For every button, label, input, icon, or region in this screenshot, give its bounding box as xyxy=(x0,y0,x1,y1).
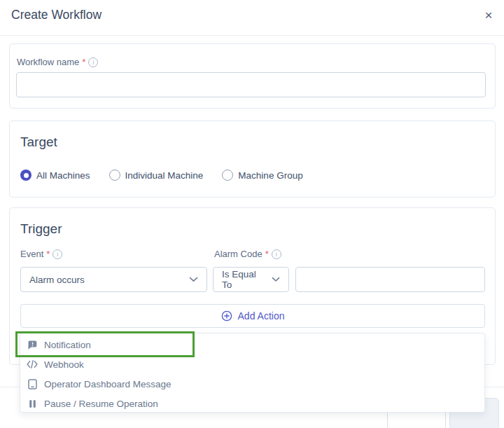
radio-individual-machine[interactable]: Individual Machine xyxy=(109,170,204,181)
event-select-value: Alarm occurs xyxy=(29,275,85,285)
target-card: Target All Machines Individual Machine M… xyxy=(9,120,496,198)
menu-item-notification[interactable]: Notification xyxy=(20,335,484,354)
page-title: Create Workflow xyxy=(11,8,102,22)
radio-label: All Machines xyxy=(36,170,90,181)
required-asterisk: * xyxy=(46,249,50,259)
tablet-icon xyxy=(27,378,38,389)
radio-machine-group[interactable]: Machine Group xyxy=(222,170,302,181)
event-select[interactable]: Alarm occurs xyxy=(20,267,207,292)
alarm-code-label: Alarm Code * i xyxy=(214,249,281,259)
workflow-name-card: Workflow name * i xyxy=(9,43,496,109)
add-action-label: Add Action xyxy=(238,310,285,322)
event-label: Event * i xyxy=(20,249,62,259)
info-icon: i xyxy=(272,249,281,259)
operator-select-value: Is Equal To xyxy=(222,269,266,290)
menu-item-label: Pause / Resume Operation xyxy=(44,399,158,409)
required-asterisk: * xyxy=(265,249,269,259)
target-radio-group: All Machines Individual Machine Machine … xyxy=(20,170,303,181)
pause-icon xyxy=(27,398,38,409)
menu-item-label: Webhook xyxy=(44,359,84,370)
menu-item-pause-resume-operation[interactable]: Pause / Resume Operation xyxy=(20,394,484,413)
target-heading: Target xyxy=(20,134,57,150)
operator-select[interactable]: Is Equal To xyxy=(213,267,289,292)
required-asterisk: * xyxy=(82,57,85,67)
radio-label: Machine Group xyxy=(238,170,302,181)
code-icon xyxy=(27,359,38,370)
plus-circle-icon xyxy=(221,310,232,322)
trigger-heading: Trigger xyxy=(20,221,62,237)
menu-item-operator-dashboard-message[interactable]: Operator Dashboard Message xyxy=(20,374,484,394)
radio-selected-icon[interactable] xyxy=(20,170,31,181)
chat-alert-icon xyxy=(27,339,38,350)
alarm-code-label-text: Alarm Code xyxy=(214,249,262,259)
add-action-button[interactable]: Add Action xyxy=(20,304,485,328)
add-action-dropdown-menu: Notification Webhook Operator Dashboard … xyxy=(20,333,485,413)
menu-item-label: Notification xyxy=(44,340,91,350)
info-icon: i xyxy=(88,57,98,67)
modal-header: Create Workflow × xyxy=(0,0,504,35)
close-icon[interactable]: × xyxy=(479,6,498,25)
menu-item-webhook[interactable]: Webhook xyxy=(20,354,484,374)
chevron-down-icon xyxy=(272,277,280,282)
workflow-name-label: Workflow name * i xyxy=(17,57,98,67)
event-label-text: Event xyxy=(20,249,43,259)
workflow-name-input[interactable] xyxy=(16,72,486,97)
workflow-name-label-text: Workflow name xyxy=(17,57,79,67)
info-icon: i xyxy=(52,249,62,259)
radio-unselected-icon[interactable] xyxy=(222,170,233,181)
header-divider xyxy=(0,35,504,36)
menu-item-label: Operator Dashboard Message xyxy=(44,379,172,389)
radio-all-machines[interactable]: All Machines xyxy=(20,170,90,181)
chevron-down-icon xyxy=(189,277,198,282)
alarm-code-input[interactable] xyxy=(295,267,485,292)
radio-label: Individual Machine xyxy=(125,170,204,181)
radio-unselected-icon[interactable] xyxy=(109,170,120,181)
